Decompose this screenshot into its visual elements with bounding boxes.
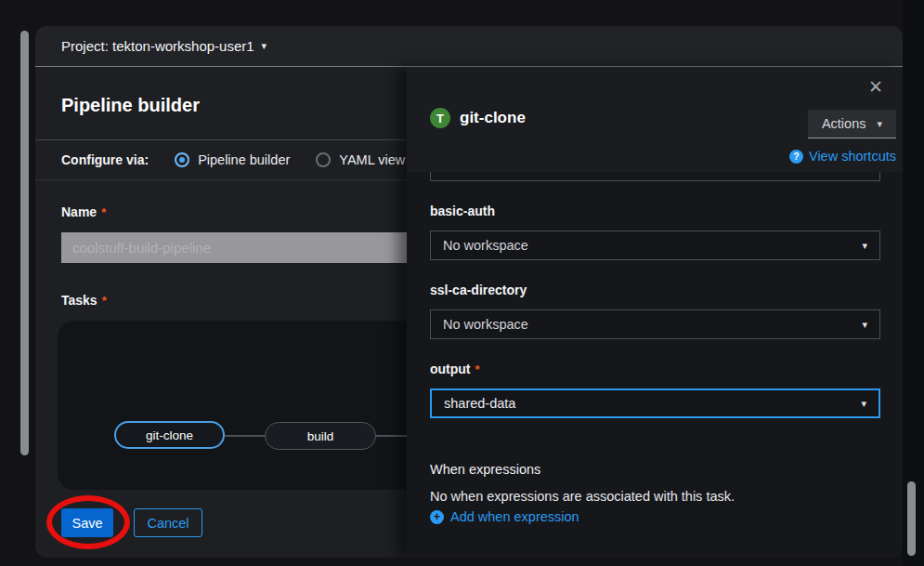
chevron-down-icon: ▾ <box>861 398 866 410</box>
chevron-down-icon: ▾ <box>262 40 267 52</box>
chevron-down-icon: ▾ <box>862 240 867 252</box>
workspace-label-ssl-ca-directory: ssl-ca-directory <box>430 283 527 297</box>
actions-dropdown-button[interactable]: Actions ▾ <box>808 110 896 138</box>
pipeline-name-input[interactable] <box>61 232 425 263</box>
required-asterisk: * <box>475 362 480 376</box>
actions-label: Actions <box>822 116 866 131</box>
form-footer-actions: Save Cancel <box>61 508 202 537</box>
browser-scrollbar-gutter <box>903 0 924 566</box>
workspaces-form: basic-auth No workspace ▾ ssl-ca-directo… <box>407 172 903 558</box>
workspace-select-output[interactable]: shared-data ▾ <box>430 388 880 418</box>
when-expressions-title: When expressions <box>430 462 540 477</box>
radio-pipeline-builder[interactable]: Pipeline builder <box>175 152 290 167</box>
radio-yaml-view-label: YAML view <box>339 152 405 167</box>
task-detail-drawer: ✕ T git-clone Actions ▾ ? View shortcuts… <box>407 67 903 558</box>
configure-via-row: Configure via: Pipeline builder YAML vie… <box>35 139 425 180</box>
tasks-field-label: Tasks* <box>61 293 107 308</box>
chevron-down-icon: ▾ <box>862 319 867 331</box>
radio-yaml-view[interactable]: YAML view <box>316 152 405 167</box>
when-expressions-empty-text: No when expressions are associated with … <box>430 489 735 504</box>
task-badge-icon: T <box>430 108 450 128</box>
required-asterisk: * <box>102 294 107 308</box>
page-title: Pipeline builder <box>61 95 200 116</box>
workspace-label-output: output* <box>430 362 480 376</box>
drawer-vertical-scrollbar-thumb[interactable] <box>907 481 916 556</box>
workspace-select-basic-auth[interactable]: No workspace ▾ <box>430 230 880 260</box>
selected-value: shared-data <box>444 396 515 411</box>
project-selector-label: Project: tekton-workshop-user1 <box>61 38 254 54</box>
radio-selected-icon <box>175 152 189 167</box>
radio-pipeline-builder-label: Pipeline builder <box>198 152 290 167</box>
save-button[interactable]: Save <box>61 508 113 537</box>
chevron-down-icon: ▾ <box>877 118 882 130</box>
task-node-build[interactable]: build <box>265 422 376 450</box>
radio-unselected-icon <box>316 152 331 167</box>
task-connector-edge <box>225 435 266 437</box>
workspace-select-ssl-ca-directory[interactable]: No workspace ▾ <box>430 309 880 339</box>
workspace-label-basic-auth: basic-auth <box>430 204 495 218</box>
task-node-git-clone[interactable]: git-clone <box>114 421 225 449</box>
partially-scrolled-dropdown[interactable] <box>430 172 880 181</box>
add-when-expression-link[interactable]: + Add when expression <box>430 509 579 524</box>
task-title: git-clone <box>460 109 526 127</box>
selected-value: No workspace <box>443 317 528 332</box>
add-when-expression-label: Add when expression <box>450 509 579 524</box>
page-vertical-scrollbar-thumb[interactable] <box>20 31 29 455</box>
selected-value: No workspace <box>443 238 528 253</box>
name-field-label: Name* <box>61 204 106 219</box>
cancel-button[interactable]: Cancel <box>134 508 202 537</box>
project-selector-bar[interactable]: Project: tekton-workshop-user1 ▾ <box>35 26 903 67</box>
pipeline-tasks-canvas[interactable]: git-clone build <box>58 321 425 490</box>
drawer-header: ✕ T git-clone Actions ▾ ? View shortcuts <box>407 67 903 172</box>
task-heading: T git-clone <box>430 108 526 128</box>
view-shortcuts-link[interactable]: ? View shortcuts <box>789 149 896 164</box>
plus-circle-icon: + <box>430 510 444 524</box>
help-question-icon: ? <box>789 150 803 164</box>
required-asterisk: * <box>101 205 106 219</box>
pipeline-builder-window: Project: tekton-workshop-user1 ▾ Pipelin… <box>35 26 903 558</box>
view-shortcuts-label: View shortcuts <box>809 149 896 164</box>
close-icon[interactable]: ✕ <box>868 76 883 98</box>
configure-via-label: Configure via: <box>61 152 149 167</box>
